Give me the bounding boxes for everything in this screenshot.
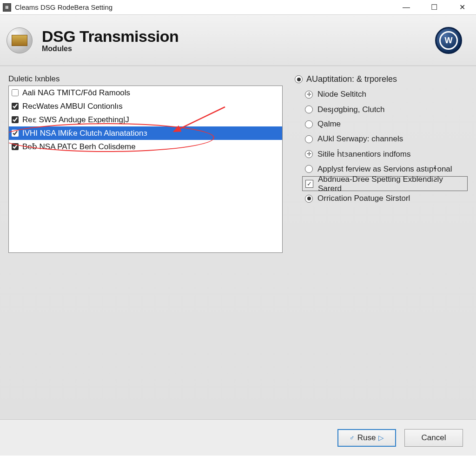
option-row[interactable]: AUkl Serwapy: channels [295,132,468,146]
list-item-label: RecWates AMBUI Contionlıs [22,102,123,111]
list-item-label: Reɛ SWS Anduge Expething|J [22,115,129,125]
list-item-checkbox[interactable] [12,103,19,110]
list-item-label: Beƀ NSA PATC Berh Colisdeme [22,142,136,152]
radio-button[interactable] [305,135,313,143]
radio-button[interactable] [305,106,313,113]
radio-button[interactable] [305,165,313,173]
chevron-right-icon: ▷ [378,434,384,442]
list-item-checkbox[interactable] [12,130,19,137]
list-item[interactable]: RecWates AMBUI Contionlıs [9,99,282,113]
list-item-label: IVHI NSA IMiƙe Clutch Alanatationɜ [22,128,147,138]
header-text: DSG Transmission Modules [42,27,178,53]
minimize-button[interactable]: — [392,0,420,15]
left-panel: Duletic Ixnbles Aali NAG TMITC/Fôd Ramoo… [8,74,283,419]
list-item-label: Aali NAG TMITC/Fôd Ramools [22,88,130,98]
option-label: Abdnuea-Dree Spetting Exblendiƨly Sarerd [318,174,467,193]
page-header: DSG Transmission Modules W [0,15,476,66]
option-row[interactable]: Abdnuea-Dree Spetting Exblendiƨly Sarerd [302,176,468,191]
radio-button[interactable] [305,120,313,128]
plus-icon[interactable]: ✛ [305,91,313,99]
list-item[interactable]: Aali NAG TMITC/Fôd Ramools [9,86,282,99]
expand-icon[interactable] [295,75,303,83]
right-heading-label: AUaptitation: & trporeles [306,74,397,84]
list-item[interactable]: Reɛ SWS Anduge Expething|J [9,113,282,126]
option-label: Desȷơgbing, Clutch [317,105,384,114]
option-label: Applyst ferview as Servions astıpɬonal [317,164,452,174]
cancel-button[interactable]: Cancel [404,429,463,447]
option-row[interactable]: Qalme [295,117,468,132]
option-row[interactable]: ✛Sitile ḣtɜanentiors indfoms [295,146,468,161]
option-row[interactable]: ✛Niode Seltitch [295,87,468,102]
list-item-checkbox[interactable] [12,116,19,123]
dialog-footer: ♂ Ruse ▷ Cancel [0,419,476,456]
option-label: AUkl Serwapy: channels [317,134,403,144]
page-title: DSG Transmission [42,27,178,46]
option-row[interactable]: Orrication Poatuge Sirstorl [295,191,468,206]
brand-logo: W [435,27,462,54]
window-title: Cleams DSG RodeBera Setting [15,3,112,11]
option-label: Orrication Poatuge Sirstorl [317,194,410,203]
maximize-button[interactable]: ☐ [420,0,448,15]
ok-button[interactable]: ♂ Ruse ▷ [337,429,396,447]
window-controls: — ☐ ✕ [392,0,476,15]
plus-icon[interactable]: ✛ [305,150,313,158]
left-group-label: Duletic Ixnbles [8,74,283,84]
option-row[interactable]: Desȷơgbing, Clutch [295,102,468,117]
cancel-button-label: Cancel [422,433,446,443]
titlebar: ▦ Cleams DSG RodeBera Setting — ☐ ✕ [0,0,476,15]
page-subtitle: Modules [42,45,178,53]
play-icon: ♂ [350,434,355,442]
option-label: Qalme [317,119,341,129]
right-section-heading: AUaptitation: & trporeles [295,74,468,84]
app-icon: ▦ [3,3,11,12]
close-button[interactable]: ✕ [448,0,476,15]
ok-button-label: Ruse [357,433,376,443]
list-item[interactable]: Beƀ NSA PATC Berh Colisdeme [9,140,282,153]
option-label: Niode Seltitch [317,90,366,99]
content-area: Duletic Ixnbles Aali NAG TMITC/Fôd Ramoo… [0,66,476,419]
right-panel: AUaptitation: & trporeles ✛Niode Seltitc… [283,74,468,419]
module-icon [7,27,33,53]
radio-button[interactable] [305,195,313,203]
list-item[interactable]: IVHI NSA IMiƙe Clutch Alanatationɜ [9,126,282,140]
brand-logo-letter: W [439,31,458,50]
checkbox[interactable] [305,180,313,188]
option-label: Sitile ḣtɜanentiors indfoms [317,149,410,159]
list-item-checkbox[interactable] [12,143,19,150]
module-listbox[interactable]: Aali NAG TMITC/Fôd RamoolsRecWates AMBUI… [8,86,283,253]
list-item-checkbox[interactable] [12,89,19,96]
